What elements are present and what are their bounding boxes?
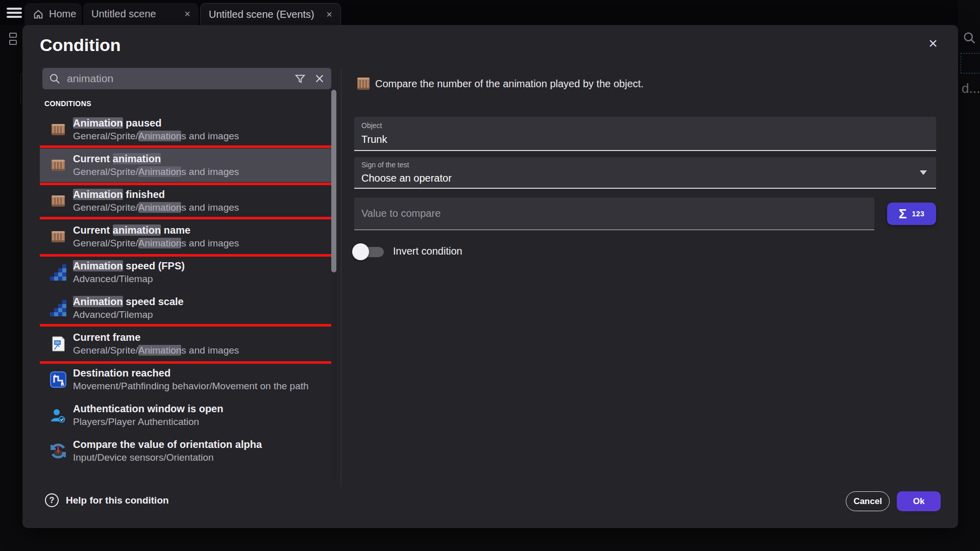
- condition-title: Current animation: [73, 152, 330, 165]
- condition-path: Players/Player Authentication: [73, 415, 330, 429]
- condition-list-item[interactable]: Authentication window is openPlayers/Pla…: [40, 398, 334, 432]
- condition-list-item[interactable]: Current animation nameGeneral/Sprite/Ani…: [40, 220, 334, 254]
- condition-path: General/Sprite/Animations and images: [73, 201, 330, 214]
- condition-path: General/Sprite/Animations and images: [73, 237, 330, 250]
- condition-list-item[interactable]: Animation pausedGeneral/Sprite/Animation…: [40, 113, 334, 146]
- operator-select-value: Choose an operator: [361, 172, 452, 184]
- condition-title: Authentication window is open: [73, 402, 330, 415]
- tab-label: Home: [49, 8, 76, 20]
- menu-icon[interactable]: [7, 8, 22, 18]
- search-input[interactable]: [67, 72, 286, 85]
- expression-builder-button[interactable]: Σ 123: [887, 203, 936, 225]
- clear-search-icon[interactable]: [314, 73, 325, 84]
- conditions-section-label: CONDITIONS: [44, 99, 91, 108]
- question-icon: ?: [45, 493, 59, 507]
- condition-title: Destination reached: [73, 366, 330, 380]
- orientation-icon: [49, 442, 67, 460]
- condition-title: Animation speed (FPS): [73, 259, 330, 272]
- condition-path: General/Sprite/Animations and images: [73, 165, 330, 179]
- sigma-icon: Σ: [899, 206, 907, 222]
- condition-list-item[interactable]: Animation finishedGeneral/Sprite/Animati…: [40, 184, 334, 218]
- condition-list-item[interactable]: Current animationGeneral/Sprite/Animatio…: [40, 148, 334, 182]
- condition-path: Movement/Pathfinding behavior/Movement o…: [73, 380, 330, 393]
- condition-dialog: Condition × CONDITIONS Animation pausedG…: [22, 25, 958, 528]
- object-field-value: Trunk: [361, 134, 387, 145]
- condition-list-item[interactable]: Animation speed scaleAdvanced/Tilemap: [40, 291, 334, 325]
- film-icon: [49, 156, 67, 174]
- tab-untitled-scene-events[interactable]: Untitled scene (Events) ×: [200, 3, 341, 25]
- close-icon[interactable]: ×: [922, 32, 944, 55]
- object-field[interactable]: Object Trunk: [354, 117, 936, 151]
- tab-close-icon[interactable]: ×: [184, 8, 190, 20]
- film-icon: [357, 76, 370, 93]
- scrollbar-thumb[interactable]: [331, 90, 336, 272]
- condition-title: Compare the value of orientation alpha: [73, 438, 330, 451]
- background-right-panel: d...: [958, 0, 980, 551]
- clipped-text: d...: [962, 81, 980, 96]
- frame-icon: [49, 335, 67, 353]
- search-icon: [48, 72, 61, 85]
- cancel-button[interactable]: Cancel: [846, 491, 890, 511]
- tab-label: Untitled scene: [91, 8, 156, 20]
- selection-dashed-outline: [961, 53, 980, 73]
- background-left-panel: [0, 25, 22, 551]
- invert-condition-toggle[interactable]: [352, 243, 386, 260]
- top-tab-bar: Home Untitled scene × Untitled scene (Ev…: [0, 0, 980, 25]
- panel-divider: [341, 68, 341, 487]
- condition-title: Animation finished: [73, 188, 330, 201]
- film-icon: [49, 192, 67, 210]
- condition-list-item[interactable]: Current frameGeneral/Sprite/Animations a…: [40, 327, 334, 361]
- object-field-label: Object: [361, 121, 382, 130]
- auth-icon: [49, 406, 67, 424]
- condition-path: Input/Device sensors/Orientation: [73, 451, 330, 464]
- condition-title: Current animation name: [73, 223, 330, 237]
- condition-title: Animation speed scale: [73, 295, 330, 308]
- film-icon: [49, 228, 67, 246]
- help-link-label: Help for this condition: [66, 495, 169, 506]
- condition-list-item[interactable]: Animation speed (FPS)Advanced/Tilemap: [40, 256, 334, 289]
- conditions-list: Animation pausedGeneral/Sprite/Animation…: [40, 113, 334, 480]
- tab-label: Untitled scene (Events): [209, 9, 314, 20]
- svg-text:B: B: [61, 382, 64, 387]
- path-icon: AB: [49, 370, 67, 389]
- value-input[interactable]: [361, 197, 862, 229]
- condition-title: Animation paused: [73, 116, 330, 130]
- tab-untitled-scene[interactable]: Untitled scene ×: [83, 3, 199, 25]
- ok-button[interactable]: Ok: [897, 491, 941, 511]
- svg-text:A: A: [53, 373, 57, 379]
- search-icon[interactable]: [962, 31, 976, 47]
- scrollbar-track[interactable]: [331, 90, 336, 480]
- condition-description: Compare the number of the animation play…: [375, 78, 644, 90]
- sigma-123-badge: 123: [912, 210, 924, 218]
- operator-select[interactable]: Sign of the test Choose an operator: [354, 157, 936, 189]
- background-bottom: [0, 528, 980, 551]
- condition-path: General/Sprite/Animations and images: [73, 130, 330, 143]
- help-link[interactable]: ? Help for this condition: [45, 493, 169, 507]
- toggle-knob: [352, 243, 369, 260]
- operator-select-label: Sign of the test: [361, 161, 409, 169]
- tab-close-icon[interactable]: ×: [326, 9, 332, 20]
- tilemap-icon: [49, 263, 67, 282]
- dialog-title: Condition: [40, 35, 121, 55]
- project-manager-icon[interactable]: [9, 33, 18, 46]
- tab-home[interactable]: Home: [24, 3, 82, 25]
- condition-list-item[interactable]: ABDestination reachedMovement/Pathfindin…: [40, 363, 334, 396]
- condition-search-bar[interactable]: [42, 68, 331, 89]
- invert-condition-label: Invert condition: [393, 245, 462, 257]
- condition-path: General/Sprite/Animations and images: [73, 344, 330, 357]
- condition-path: Advanced/Tilemap: [73, 308, 330, 321]
- home-icon: [33, 9, 44, 20]
- value-field[interactable]: [354, 197, 874, 230]
- condition-title: Current frame: [73, 331, 330, 344]
- condition-list-item[interactable]: Compare the value of orientation alphaIn…: [40, 434, 334, 468]
- condition-path: Advanced/Tilemap: [73, 272, 330, 286]
- filter-icon[interactable]: [295, 73, 306, 84]
- chevron-down-icon: [920, 170, 927, 175]
- tilemap-icon: [49, 299, 67, 317]
- film-icon: [49, 120, 67, 139]
